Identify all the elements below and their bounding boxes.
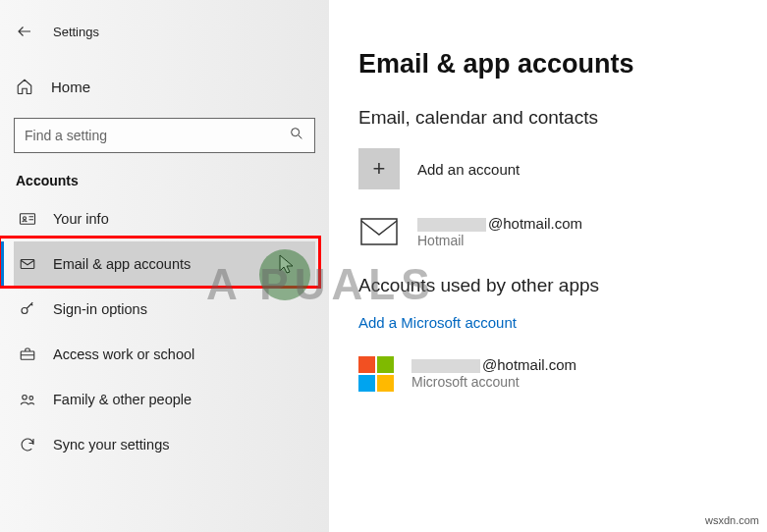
sidebar-item-family-other-people[interactable]: Family & other people [14,377,315,422]
page-heading: Email & app accounts [358,49,738,80]
key-icon [18,300,37,318]
sidebar-home[interactable]: Home [14,65,315,108]
email-account-entry[interactable]: @hotmail.com Hotmail [358,215,738,249]
account-email: @hotmail.com [417,215,582,233]
sidebar-item-access-work-school[interactable]: Access work or school [14,332,315,377]
redacted-text [417,218,486,232]
svg-point-4 [22,308,27,314]
section-heading-other-apps: Accounts used by other apps [358,275,738,296]
search-input[interactable] [25,128,277,143]
svg-rect-8 [361,219,397,244]
sidebar-item-sign-in-options[interactable]: Sign-in options [14,287,315,332]
back-button[interactable] [14,21,35,42]
account-email: @hotmail.com [411,356,576,374]
sidebar-item-email-app-accounts[interactable]: Email & app accounts [14,241,315,287]
microsoft-logo-icon [358,356,394,392]
sidebar-item-sync-settings[interactable]: Sync your settings [14,422,315,467]
redacted-text [411,359,480,373]
person-card-icon [18,210,37,228]
site-credit: wsxdn.com [705,514,759,526]
sidebar-section-label: Accounts [14,173,315,188]
sidebar-item-label: Your info [53,211,109,227]
svg-point-7 [29,397,33,400]
people-icon [18,391,37,408]
sidebar-item-label: Sign-in options [53,301,147,317]
sidebar-home-label: Home [51,79,90,95]
sidebar-item-label: Access work or school [53,346,194,362]
window-title: Settings [53,25,99,39]
sidebar-item-your-info[interactable]: Your info [14,196,315,241]
sidebar-item-label: Family & other people [53,392,192,407]
svg-point-0 [292,129,300,136]
svg-point-2 [24,217,27,220]
section-heading-email-calendar: Email, calendar and contacts [358,107,738,129]
sync-icon [18,436,37,453]
search-box[interactable] [14,118,315,153]
account-provider: Microsoft account [411,374,576,391]
add-microsoft-account-link[interactable]: Add a Microsoft account [358,314,517,331]
svg-rect-3 [21,260,34,269]
microsoft-account-entry[interactable]: @hotmail.com Microsoft account [358,356,738,392]
add-account-button[interactable]: + Add an account [358,148,738,189]
svg-rect-1 [21,214,35,225]
mail-icon [18,255,37,273]
add-account-label: Add an account [417,161,520,178]
search-icon [289,126,304,145]
sidebar-item-label: Email & app accounts [53,256,191,272]
sidebar-item-label: Sync your settings [53,437,169,452]
svg-point-6 [23,396,27,400]
plus-icon: + [358,148,400,189]
briefcase-icon [18,346,37,363]
mail-icon [358,216,400,247]
account-provider: Hotmail [417,233,582,249]
home-icon [16,78,35,95]
